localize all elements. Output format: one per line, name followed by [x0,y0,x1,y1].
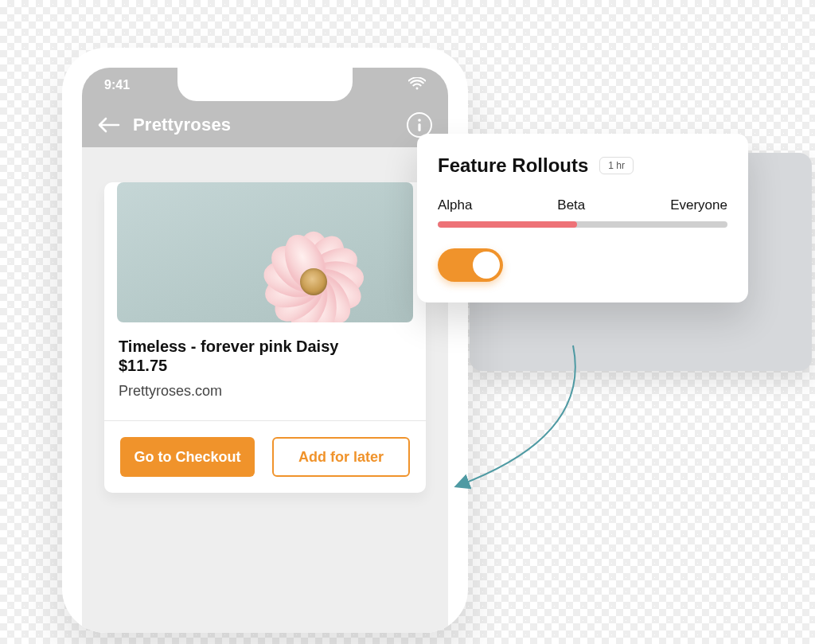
svg-point-0 [418,119,421,122]
product-image [117,182,413,322]
rollout-progress-fill [438,221,577,228]
rollout-progress[interactable] [438,221,727,228]
stage-everyone: Everyone [670,197,727,213]
rollout-stage-labels: Alpha Beta Everyone [438,197,727,213]
product-actions: Go to Checkout Add for later [104,421,426,493]
back-button[interactable] [98,117,120,133]
wifi-icon [408,77,426,93]
product-site: Prettyroses.com [119,383,411,400]
toggle-knob [473,252,500,279]
product-price: $11.75 [119,357,411,375]
rollouts-window-pill[interactable]: 1 hr [599,157,634,174]
stage-alpha: Alpha [438,197,472,213]
feature-rollouts-panel: Feature Rollouts 1 hr Alpha Beta Everyon… [417,134,748,302]
phone-screen: 9:41 Prettyroses [82,68,448,633]
status-time: 9:41 [104,78,130,92]
add-for-later-button[interactable]: Add for later [272,437,410,477]
rollout-toggle[interactable] [438,248,503,282]
checkout-button[interactable]: Go to Checkout [120,437,255,477]
svg-rect-1 [418,123,420,131]
product-title: Timeless - forever pink Daisy [119,337,411,357]
rollouts-title: Feature Rollouts [438,154,588,177]
stage-beta: Beta [557,197,585,213]
content-area: Timeless - forever pink Daisy $11.75 Pre… [82,147,448,515]
nav-bar: Prettyroses [82,103,448,147]
phone-notch [177,68,353,101]
phone-frame: 9:41 Prettyroses [62,48,468,633]
page-title: Prettyroses [133,115,231,135]
product-card: Timeless - forever pink Daisy $11.75 Pre… [104,182,426,493]
